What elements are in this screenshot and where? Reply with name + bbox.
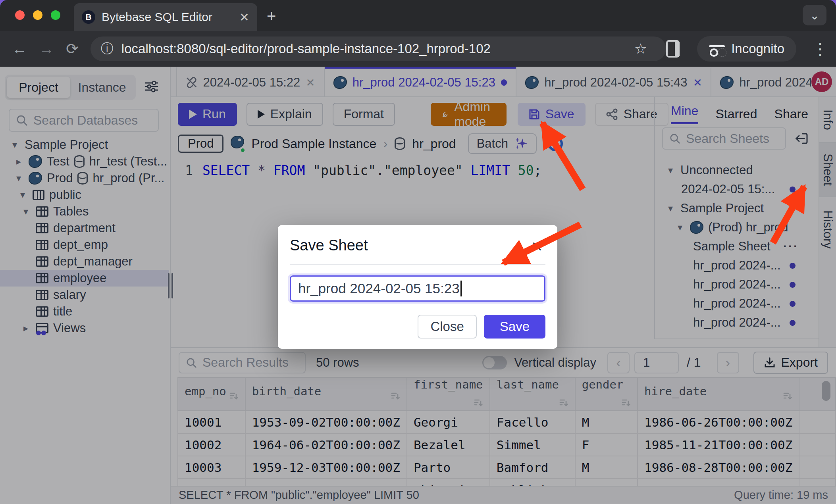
forward-icon[interactable]: → — [39, 40, 54, 58]
site-info-icon[interactable]: ⓘ — [101, 40, 114, 58]
incognito-label: Incognito — [731, 41, 784, 56]
dialog-save-button[interactable]: Save — [484, 315, 545, 339]
browser-toolbar: ← → ⟳ ⓘ localhost:8080/sql-editor/prod-s… — [0, 31, 836, 67]
dialog-divider — [290, 264, 545, 265]
text-cursor — [460, 281, 462, 296]
close-window-button[interactable] — [15, 10, 25, 20]
browser-tab-strip: B Bytebase SQL Editor ✕ + ⌄ — [0, 0, 836, 31]
dialog-title: Save Sheet — [290, 237, 545, 254]
side-panel-icon[interactable] — [666, 40, 680, 58]
browser-tab-title: Bytebase SQL Editor — [102, 10, 233, 24]
minimize-window-button[interactable] — [33, 10, 42, 20]
sheet-name-value: hr_prod 2024-02-05 15:23 — [298, 281, 460, 296]
reload-icon[interactable]: ⟳ — [66, 40, 79, 58]
browser-menu-icon[interactable]: ⋮ — [812, 40, 828, 58]
dialog-close-icon[interactable]: ✕ — [531, 239, 543, 255]
incognito-badge: Incognito — [697, 36, 796, 62]
dialog-close-button[interactable]: Close — [418, 315, 476, 339]
save-sheet-dialog: Save Sheet ✕ hr_prod 2024-02-05 15:23 Cl… — [278, 225, 557, 349]
tab-search-chevron-icon[interactable]: ⌄ — [803, 5, 826, 25]
bytebase-favicon-icon: B — [82, 10, 95, 24]
zoom-window-button[interactable] — [51, 10, 60, 20]
browser-tab-close-icon[interactable]: ✕ — [239, 10, 249, 24]
sheet-name-input[interactable]: hr_prod 2024-02-05 15:23 — [290, 275, 545, 302]
bookmark-star-icon[interactable]: ☆ — [634, 40, 647, 57]
browser-tab[interactable]: B Bytebase SQL Editor ✕ — [74, 3, 257, 31]
url-text: localhost:8080/sql-editor/prod-sample-in… — [121, 41, 491, 56]
bytebase-app: Project Instance Search Databases ▾ Samp… — [0, 67, 836, 504]
back-icon[interactable]: ← — [12, 40, 27, 58]
dialog-buttons: Close Save — [418, 315, 545, 339]
new-browser-tab-button[interactable]: + — [267, 9, 276, 23]
address-bar[interactable]: ⓘ localhost:8080/sql-editor/prod-sample-… — [91, 37, 666, 61]
window-controls — [15, 10, 60, 20]
screenshot-root: B Bytebase SQL Editor ✕ + ⌄ ← → ⟳ ⓘ loca… — [0, 0, 836, 504]
browser-window: B Bytebase SQL Editor ✕ + ⌄ ← → ⟳ ⓘ loca… — [0, 0, 836, 67]
incognito-icon — [709, 43, 725, 55]
